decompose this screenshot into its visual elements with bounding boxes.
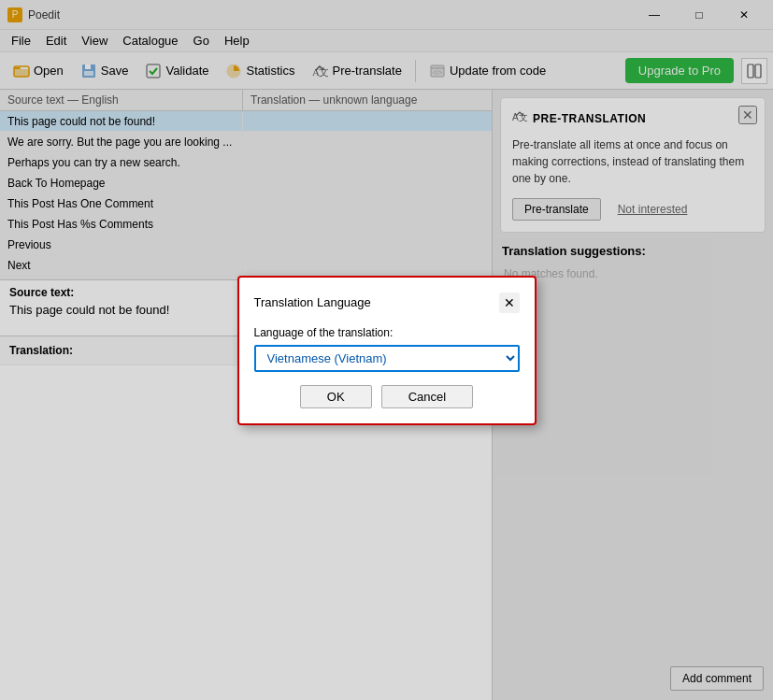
translation-language-modal: Translation Language ✕ Language of the t… bbox=[237, 276, 537, 425]
modal-language-label: Language of the translation: bbox=[254, 326, 520, 339]
modal-overlay: Translation Language ✕ Language of the t… bbox=[0, 0, 773, 700]
language-select[interactable]: Vietnamese (Vietnam) English (United Sta… bbox=[254, 345, 520, 372]
modal-ok-button[interactable]: OK bbox=[300, 385, 372, 408]
modal-titlebar: Translation Language ✕ bbox=[254, 293, 520, 313]
modal-title: Translation Language bbox=[254, 295, 371, 309]
modal-buttons: OK Cancel bbox=[254, 385, 520, 408]
modal-cancel-button[interactable]: Cancel bbox=[381, 385, 473, 408]
modal-close-button[interactable]: ✕ bbox=[499, 293, 520, 313]
